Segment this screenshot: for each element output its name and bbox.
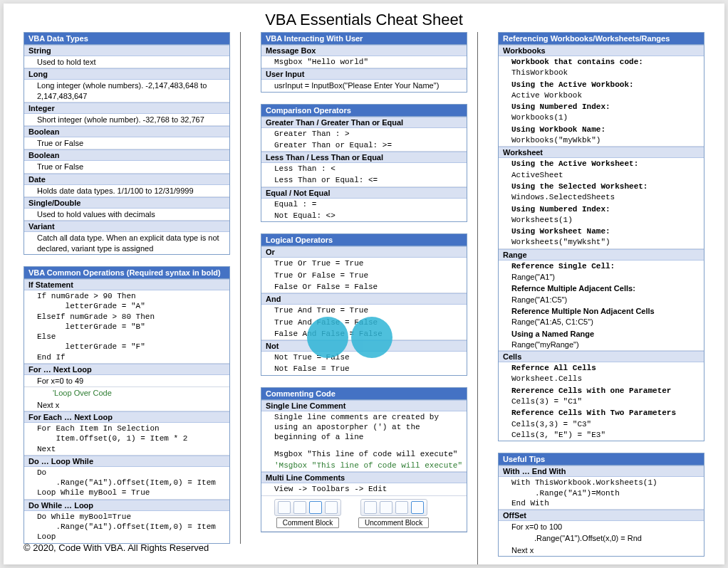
text: Single line comments are created by usin… xyxy=(261,411,467,443)
code: With ThisWorkbook.Worksheets(1) .Range("… xyxy=(499,477,704,510)
row-header: Long xyxy=(24,68,229,80)
code-line: .Range("A1").Offset(x,0) = Rnd xyxy=(499,532,704,544)
block-header: Commenting Code xyxy=(261,388,467,400)
toolbar-label: Uncomment Block xyxy=(358,517,429,528)
blue-circle-icon xyxy=(351,317,392,358)
label: Rererence Cells with one Parameter xyxy=(511,386,671,395)
page-title: VBA Essentials Cheat Sheet xyxy=(4,4,724,32)
code: Active Workbook xyxy=(499,90,704,101)
label: Workbook that contains code: xyxy=(511,58,643,66)
columns: VBA Data Types String Used to hold text … xyxy=(4,32,724,564)
column-right: Referencing Workbooks/Worksheets/Ranges … xyxy=(477,32,704,564)
code-comment: 'Loop Over Code xyxy=(24,387,229,399)
row-header: Range xyxy=(499,249,704,261)
uncomment-icon xyxy=(325,501,338,514)
code: For Each Item In Selection Item.Offset(0… xyxy=(24,423,229,456)
code: False Or False = False xyxy=(261,281,467,293)
indent-icon xyxy=(364,501,377,514)
row-header: OffSet xyxy=(499,510,704,521)
row-header: Boolean xyxy=(24,149,229,161)
row-header: Integer xyxy=(24,102,229,114)
code: Equal : = xyxy=(261,199,467,210)
row-header: Less Than / Less Than or Equal xyxy=(261,152,467,163)
row-header: Equal / Not Equal xyxy=(261,187,467,199)
row-body: Holds date data types. 1/1/100 to 12/31/… xyxy=(24,185,229,197)
block-header: Referencing Workbooks/Worksheets/Ranges xyxy=(499,33,704,45)
row-body: Used to hold values with decimals xyxy=(24,209,229,221)
menu-path: View -> Toolbars -> Edit xyxy=(261,483,467,495)
copyright-footer: © 2020, Code With VBA. All Rights Reserv… xyxy=(24,542,209,553)
vba-common-ops-block: VBA Common Operations (Required syntax i… xyxy=(24,266,230,544)
vba-data-types-block: VBA Data Types String Used to hold text … xyxy=(24,32,230,255)
label: Using a Named Range xyxy=(511,330,594,338)
label: Using Worksheet Name: xyxy=(511,227,610,236)
code: Workbooks(1) xyxy=(499,112,704,123)
code: Not False = True xyxy=(261,363,467,374)
code: Cells(3, "E") = "E3" xyxy=(499,430,704,441)
code: Range("myRange") xyxy=(499,340,704,351)
comment-icon xyxy=(309,501,322,514)
code: Do While myBool=True .Range("A1").Offset… xyxy=(24,511,229,543)
code: True Or True = True xyxy=(261,258,467,269)
code: Less Than : < xyxy=(261,163,467,174)
label: Using the Active Workbook: xyxy=(511,80,634,89)
code: Worksheets(1) xyxy=(499,215,704,226)
code-line: For x=0 to 100 xyxy=(499,521,704,532)
code: Windows.SelectedSheets xyxy=(499,192,704,203)
code: usrInput = InputBox("Please Enter Your N… xyxy=(261,80,467,91)
code: Not Equal: <> xyxy=(261,210,467,221)
outdent-icon xyxy=(293,501,306,514)
row-header: Single/Double xyxy=(24,197,229,209)
uncomment-block-toolbar: Uncomment Block xyxy=(358,499,429,528)
comparison-block: Comparison Operators Greater Than / Grea… xyxy=(261,104,467,223)
block-header: Useful Tips xyxy=(499,453,704,466)
code: Range("A1:C5") xyxy=(499,295,704,305)
label: Using Numbered Index: xyxy=(511,102,610,111)
label: Using the Active Worksheet: xyxy=(511,159,638,168)
label: Using Workbook Name: xyxy=(511,125,605,134)
code-line: Next x xyxy=(24,399,229,411)
code: Cells(3) = "C1" xyxy=(499,396,704,407)
code: Cells(3,3) = "C3" xyxy=(499,419,704,430)
cheat-sheet-page: VBA Essentials Cheat Sheet VBA Data Type… xyxy=(4,4,724,564)
row-header: And xyxy=(261,293,467,305)
code: Greater Than : > xyxy=(261,128,467,140)
code: True And True = True xyxy=(261,305,467,316)
block-header: Comparison Operators xyxy=(261,105,467,117)
block-header: VBA Interacting With User xyxy=(261,33,467,45)
label: Reference Cells With Two Parameters xyxy=(511,409,676,417)
code: Worksheets("myWksht") xyxy=(499,237,704,248)
comment-block-toolbar: Comment Block xyxy=(274,499,341,528)
referencing-block: Referencing Workbooks/Worksheets/Ranges … xyxy=(498,32,704,441)
comment-icon xyxy=(395,501,408,514)
toolbar-images: Comment Block Uncomment Block xyxy=(261,496,467,532)
label: Reference Single Cell: xyxy=(511,262,615,270)
row-header: For … Next Loop xyxy=(24,364,229,375)
block-header: VBA Common Operations (Required syntax i… xyxy=(24,267,229,279)
row-header: Single Line Comment xyxy=(261,400,467,411)
row-header: Variant xyxy=(24,221,229,232)
code-line: For x=0 to 49 xyxy=(24,375,229,387)
row-header: Worksheet xyxy=(499,147,704,158)
row-header: With … End With xyxy=(499,466,704,477)
row-header: Or xyxy=(261,246,467,258)
useful-tips-block: Useful Tips With … End With With ThisWor… xyxy=(498,453,704,557)
row-header: String xyxy=(24,45,229,56)
row-header: Workbooks xyxy=(499,45,704,56)
code: Do .Range("A1").Offset(Item,0) = Item Lo… xyxy=(24,467,229,500)
column-left: VBA Data Types String Used to hold text … xyxy=(24,32,230,555)
label: Refernce Multiple Adjacent Cells: xyxy=(511,284,635,293)
code: Less Than or Equal: <= xyxy=(261,174,467,186)
code: Msgbox "Hello world" xyxy=(261,56,467,68)
row-header: Multi Line Comments xyxy=(261,472,467,483)
row-header: User Input xyxy=(261,68,467,80)
row-body: Catch all data type. When an explicit da… xyxy=(24,232,229,254)
toolbar-icon xyxy=(360,499,427,516)
code: ThisWorkbook xyxy=(499,68,704,78)
row-header: Boolean xyxy=(24,126,229,137)
row-body: Used to hold text xyxy=(24,56,229,68)
row-header: Message Box xyxy=(261,45,467,56)
row-header: For Each … Next Loop xyxy=(24,411,229,423)
annotation-overlay xyxy=(307,317,392,358)
code: Greater Than or Equal: >= xyxy=(261,140,467,152)
